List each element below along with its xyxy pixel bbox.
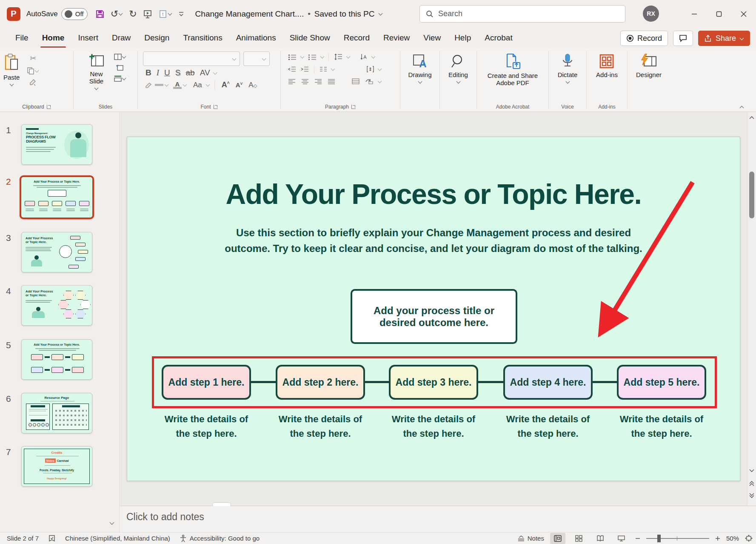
font-dialog-launcher-icon[interactable]	[214, 105, 218, 109]
step-box-4[interactable]: Add step 4 here.	[503, 365, 593, 400]
tab-insert[interactable]: Insert	[71, 29, 105, 47]
step-3-detail[interactable]: Write the details of the step here.	[387, 412, 480, 441]
search-input[interactable]: Search	[419, 5, 625, 23]
drawing-button[interactable]: A Drawing	[405, 52, 435, 102]
change-case-icon[interactable]: Aa	[191, 80, 205, 90]
text-direction-icon[interactable]: A	[359, 52, 369, 61]
tab-review[interactable]: Review	[377, 29, 417, 47]
tab-home[interactable]: Home	[35, 29, 71, 47]
copy-icon[interactable]	[26, 66, 40, 76]
align-right-icon[interactable]	[313, 77, 323, 86]
decrease-indent-icon[interactable]	[287, 65, 297, 73]
chevron-down-icon[interactable]	[213, 70, 217, 74]
zoom-out-button[interactable]	[635, 536, 640, 541]
increase-indent-icon[interactable]	[300, 65, 310, 73]
thumbnail-slide-4[interactable]: Add Your Process or Topic Here.	[21, 285, 92, 326]
thumbnail-slide-3[interactable]: Add Your Process or Topic Here.	[21, 232, 92, 272]
tab-transitions[interactable]: Transitions	[176, 29, 229, 47]
scroll-down-icon[interactable]	[749, 468, 755, 474]
scroll-up-icon[interactable]	[749, 115, 755, 120]
vertical-scrollbar[interactable]	[747, 112, 756, 506]
underline-icon[interactable]: U	[162, 67, 173, 78]
tab-slide-show[interactable]: Slide Show	[283, 29, 337, 47]
step-box-1[interactable]: Add step 1 here.	[162, 365, 251, 400]
close-button[interactable]	[731, 0, 756, 28]
autosave-toggle[interactable]: Off	[61, 8, 88, 20]
addins-button[interactable]: Add-ins	[593, 52, 621, 102]
format-painter-icon[interactable]	[26, 77, 40, 88]
zoom-slider[interactable]	[646, 538, 709, 539]
notes-toggle-button[interactable]: Notes	[517, 535, 544, 542]
font-name-select[interactable]	[143, 52, 240, 66]
cut-icon[interactable]: ✂	[26, 52, 40, 64]
undo-icon[interactable]: ↺	[111, 9, 123, 19]
tab-file[interactable]: File	[9, 29, 35, 47]
align-left-icon[interactable]	[287, 77, 297, 86]
start-slideshow-icon[interactable]	[143, 9, 152, 19]
notes-placeholder[interactable]: Click to add notes	[126, 511, 204, 523]
section-icon[interactable]	[113, 74, 128, 83]
thumbnail-slide-5[interactable]: Add Your Process or Topic Here.	[21, 339, 92, 380]
align-center-icon[interactable]	[300, 77, 310, 86]
font-color-icon[interactable]: A	[173, 81, 182, 89]
language-status[interactable]: Chinese (Simplified, Mainland China)	[65, 535, 170, 542]
tab-acrobat[interactable]: Acrobat	[478, 29, 519, 47]
zoom-level[interactable]: 50%	[726, 535, 739, 542]
new-slide-button[interactable]: New Slide	[84, 52, 109, 102]
increase-font-size-icon[interactable]: A˄	[219, 80, 232, 90]
italic-icon[interactable]: I	[154, 67, 162, 78]
strikethrough-icon[interactable]: ab	[183, 67, 197, 78]
font-size-select[interactable]	[243, 52, 270, 66]
scrollbar-thumb[interactable]	[749, 172, 754, 218]
save-icon[interactable]	[95, 9, 105, 19]
slide-position[interactable]: Slide 2 of 7	[7, 535, 39, 542]
collapse-ribbon-icon[interactable]	[740, 106, 744, 110]
justify-icon[interactable]	[326, 77, 337, 86]
notes-pane[interactable]: Click to add notes	[120, 506, 756, 532]
thumbnail-scroll-down-icon[interactable]	[109, 521, 115, 526]
dictate-button[interactable]: Dictate	[554, 52, 581, 102]
zoom-slider-thumb[interactable]	[657, 535, 661, 542]
highlight-color-icon[interactable]	[143, 81, 154, 89]
normal-view-button[interactable]	[550, 533, 565, 544]
add-remove-columns-icon[interactable]	[351, 77, 361, 86]
bullets-icon[interactable]	[287, 53, 298, 61]
bold-icon[interactable]: B	[143, 67, 154, 78]
reading-view-button[interactable]	[593, 533, 608, 544]
slide-show-button[interactable]	[614, 533, 629, 544]
step-2-detail[interactable]: Write the details of the step here.	[274, 412, 367, 441]
clear-formatting-icon[interactable]: A◇	[246, 80, 260, 90]
next-slide-icon[interactable]	[749, 492, 755, 498]
tab-view[interactable]: View	[417, 29, 448, 47]
slide-canvas[interactable]: Add Your Process or Topic Here. Use this…	[127, 137, 740, 481]
text-shadow-icon[interactable]: S	[173, 67, 183, 78]
avatar[interactable]: RX	[643, 6, 659, 22]
customize-qat-icon[interactable]	[178, 11, 184, 17]
text-box-icon[interactable]: t	[158, 9, 172, 19]
redo-icon[interactable]: ↻	[129, 9, 137, 19]
paragraph-dialog-launcher-icon[interactable]	[351, 105, 356, 109]
zoom-in-button[interactable]	[715, 536, 720, 541]
previous-slide-icon[interactable]	[749, 481, 755, 487]
powerpoint-logo-icon[interactable]: P	[7, 7, 20, 21]
share-button[interactable]: Share	[698, 31, 750, 46]
tab-design[interactable]: Design	[137, 29, 176, 47]
reset-slide-icon[interactable]	[113, 63, 128, 72]
minimize-button[interactable]	[682, 0, 707, 28]
thumbnail-slide-1[interactable]: Change Management: PROCESS FLOW DIAGRAMS	[21, 124, 92, 165]
tab-record[interactable]: Record	[337, 29, 377, 47]
numbering-icon[interactable]	[307, 53, 318, 61]
thumbnail-slide-6[interactable]: Resource Page	[21, 393, 92, 433]
tab-draw[interactable]: Draw	[105, 29, 137, 47]
thumbnail-slide-7[interactable]: Credits Slides Carnival Pexels. Pixabay.…	[21, 446, 92, 487]
tab-help[interactable]: Help	[448, 29, 478, 47]
accessibility-status[interactable]: Accessibility: Good to go	[190, 535, 260, 542]
step-box-2[interactable]: Add step 2 here.	[276, 365, 365, 400]
step-4-detail[interactable]: Write the details of the step here.	[501, 412, 595, 441]
decrease-font-size-icon[interactable]: A˅	[233, 80, 245, 89]
spell-check-icon[interactable]	[48, 535, 56, 542]
clipboard-dialog-launcher-icon[interactable]	[47, 105, 51, 109]
designer-button[interactable]: Designer	[633, 52, 665, 102]
paste-button[interactable]: Paste	[0, 52, 23, 102]
step-box-5[interactable]: Add step 5 here.	[617, 365, 706, 400]
